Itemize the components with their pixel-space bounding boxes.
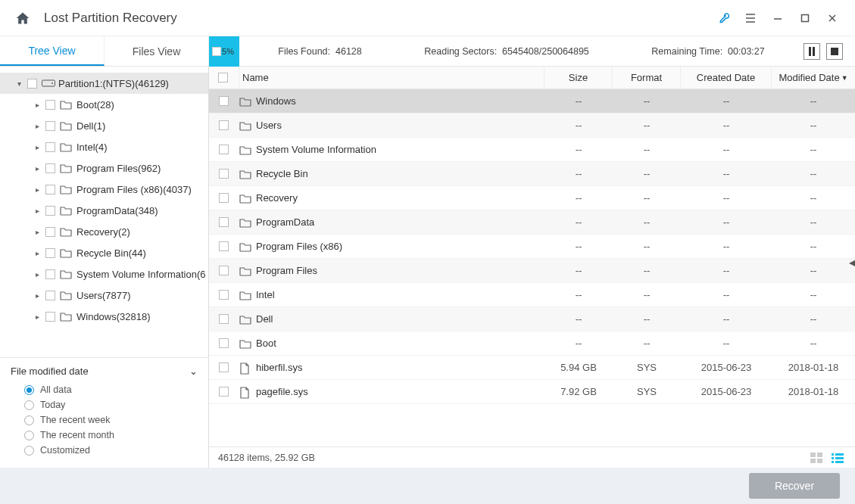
tree-item[interactable]: ▸Boot(28) xyxy=(0,94,208,115)
radio[interactable] xyxy=(24,400,34,410)
checkbox[interactable] xyxy=(45,291,55,300)
row-format: -- xyxy=(613,338,681,349)
col-size[interactable]: Size xyxy=(545,67,613,89)
row-checkbox[interactable] xyxy=(219,120,229,130)
radio[interactable] xyxy=(24,415,34,425)
row-checkbox[interactable] xyxy=(219,193,229,203)
radio[interactable] xyxy=(24,431,34,440)
folder-icon xyxy=(239,120,251,131)
expand-icon[interactable]: ▸ xyxy=(32,228,42,236)
row-checkbox[interactable] xyxy=(219,266,229,275)
row-checkbox[interactable] xyxy=(219,362,229,372)
recover-button[interactable]: Recover xyxy=(749,473,840,499)
col-modified[interactable]: Modified Date▼ xyxy=(772,67,855,89)
tree-item[interactable]: ▸Windows(32818) xyxy=(0,306,208,327)
checkbox[interactable] xyxy=(45,227,55,237)
table-row[interactable]: pagefile.sys7.92 GBSYS2015-06-232018-01-… xyxy=(209,380,855,404)
row-checkbox[interactable] xyxy=(219,145,229,154)
tree-item[interactable]: ▸Program Files(962) xyxy=(0,157,208,179)
table-row[interactable]: Program Files (x86)-------- xyxy=(209,235,855,259)
table-row[interactable]: hiberfil.sys5.94 GBSYS2015-06-232018-01-… xyxy=(209,356,855,380)
tree-item[interactable]: ▸Recovery(2) xyxy=(0,221,208,242)
select-all-checkbox[interactable] xyxy=(218,73,228,82)
radio[interactable] xyxy=(24,385,34,395)
tab-files-view[interactable]: Files View xyxy=(105,36,209,66)
checkbox[interactable] xyxy=(45,121,55,131)
expand-icon[interactable]: ▸ xyxy=(32,185,42,194)
minimize-button[interactable] xyxy=(764,5,791,32)
table-row[interactable]: Program Files-------- xyxy=(209,259,855,283)
expand-icon[interactable]: ▸ xyxy=(32,122,42,130)
expand-icon[interactable]: ▸ xyxy=(32,270,42,278)
col-format[interactable]: Format xyxy=(613,67,681,89)
expand-icon[interactable]: ▸ xyxy=(32,207,42,215)
checkbox[interactable] xyxy=(45,269,55,279)
key-icon[interactable] xyxy=(710,5,737,32)
close-button[interactable] xyxy=(819,5,846,32)
tree-item[interactable]: ▸Intel(4) xyxy=(0,136,208,157)
expand-icon[interactable]: ▸ xyxy=(32,101,42,109)
table-row[interactable]: Dell-------- xyxy=(209,307,855,331)
checkbox[interactable] xyxy=(45,206,55,216)
row-size: -- xyxy=(545,241,613,252)
checkbox[interactable] xyxy=(45,312,55,322)
filter-option[interactable]: All data xyxy=(24,384,198,395)
table-row[interactable]: ProgramData-------- xyxy=(209,210,855,235)
tree-item[interactable]: ▸Dell(1) xyxy=(0,115,208,136)
tree-item[interactable]: ▸Recycle Bin(44) xyxy=(0,242,208,263)
row-name: Users xyxy=(256,120,282,131)
table-row[interactable]: Boot-------- xyxy=(209,331,855,356)
progress-checkbox[interactable] xyxy=(212,47,221,56)
tree-item[interactable]: ▸Users(7877) xyxy=(0,285,208,306)
checkbox[interactable] xyxy=(45,142,55,152)
row-checkbox[interactable] xyxy=(219,314,229,324)
expand-icon[interactable]: ▸ xyxy=(32,249,42,257)
list-view-button[interactable] xyxy=(829,451,846,465)
row-checkbox[interactable] xyxy=(219,169,229,179)
row-checkbox[interactable] xyxy=(219,217,229,227)
expand-icon[interactable]: ▸ xyxy=(32,313,42,321)
filter-option[interactable]: Customized xyxy=(24,445,198,456)
filter-option[interactable]: The recent month xyxy=(24,430,198,440)
folder-icon xyxy=(60,184,72,194)
tab-tree-view[interactable]: Tree View xyxy=(0,36,105,66)
filter-header[interactable]: File modified date ⌄ xyxy=(11,366,198,377)
row-checkbox[interactable] xyxy=(219,241,229,251)
table-row[interactable]: Users-------- xyxy=(209,114,855,138)
row-checkbox[interactable] xyxy=(219,96,229,106)
row-checkbox[interactable] xyxy=(219,290,229,300)
col-created[interactable]: Created Date xyxy=(681,67,772,89)
menu-icon[interactable] xyxy=(737,5,764,32)
row-checkbox[interactable] xyxy=(219,387,229,397)
home-icon[interactable] xyxy=(15,11,30,26)
table-row[interactable]: Intel-------- xyxy=(209,283,855,307)
pause-button[interactable] xyxy=(804,43,820,60)
maximize-button[interactable] xyxy=(791,5,819,32)
checkbox[interactable] xyxy=(45,185,55,194)
expand-icon[interactable]: ▸ xyxy=(32,143,42,151)
table-row[interactable]: Recycle Bin-------- xyxy=(209,162,855,186)
table-row[interactable]: Recovery-------- xyxy=(209,186,855,210)
col-name[interactable]: Name xyxy=(239,67,545,89)
filter-option[interactable]: The recent week xyxy=(24,415,198,425)
tree-item[interactable]: ▸Program Files (x86)(4037) xyxy=(0,179,208,200)
radio[interactable] xyxy=(24,446,34,456)
checkbox[interactable] xyxy=(27,79,37,89)
svg-rect-5 xyxy=(817,453,822,457)
expand-icon[interactable]: ▸ xyxy=(32,164,42,173)
tree-root[interactable]: ▾ Partition1:(NTFS)(46129) xyxy=(0,73,208,94)
filter-option[interactable]: Today xyxy=(24,400,198,410)
collapse-icon[interactable]: ▾ xyxy=(14,79,24,88)
row-checkbox[interactable] xyxy=(219,338,229,348)
stop-button[interactable] xyxy=(826,43,843,60)
tree-item[interactable]: ▸ProgramData(348) xyxy=(0,200,208,221)
checkbox[interactable] xyxy=(45,248,55,258)
tree-item[interactable]: ▸System Volume Information(6 xyxy=(0,263,208,285)
side-handle-icon[interactable]: ◀ xyxy=(849,257,855,268)
checkbox[interactable] xyxy=(45,163,55,173)
table-row[interactable]: System Volume Information-------- xyxy=(209,138,855,162)
grid-view-button[interactable] xyxy=(808,451,825,465)
checkbox[interactable] xyxy=(45,100,55,110)
table-row[interactable]: Windows-------- xyxy=(209,89,855,114)
expand-icon[interactable]: ▸ xyxy=(32,291,42,300)
